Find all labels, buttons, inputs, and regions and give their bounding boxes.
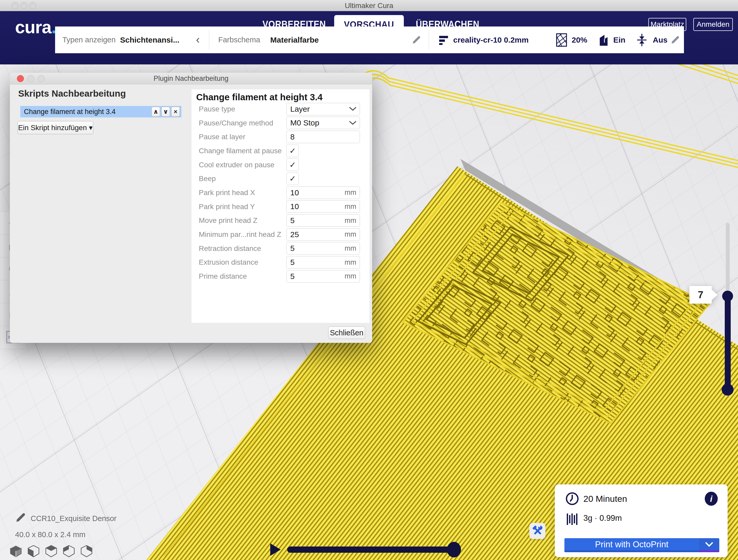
remove-script-button[interactable]: ×	[171, 107, 180, 117]
input-unit: mm	[345, 258, 356, 266]
app-window: 7 CCR10_Exquisite Densor 40.0 x 80.0 x 2…	[0, 0, 738, 560]
print-info-icon[interactable]: i	[705, 492, 718, 506]
input-unit: mm	[345, 216, 356, 225]
view-3d-icon[interactable]	[9, 544, 22, 557]
collapse-chevron-left-icon[interactable]: ‹	[196, 26, 200, 53]
move-script-down-button[interactable]: ∨	[161, 107, 170, 117]
infill-percent: 20%	[572, 26, 587, 53]
layer-slider-range[interactable]	[725, 296, 731, 390]
input-value: 10	[287, 202, 299, 211]
selected-script-row[interactable]: Change filament at height 3.4 ∧ ∨ ×	[20, 106, 181, 117]
form-row-minimum-par-rint-head-z: Minimum par...rint head Z25mm	[192, 227, 370, 241]
print-button-group: Print with OctoPrint	[565, 538, 719, 552]
form-rows: Pause typeLayerPause/Change methodM0 Sto…	[192, 102, 370, 284]
material-usage-icon	[566, 512, 580, 527]
select-value: M0 Stop	[287, 118, 319, 127]
macos-titlebar: Ultimaker Cura	[0, 0, 738, 11]
camera-view-buttons	[9, 544, 93, 557]
view-top-icon[interactable]	[45, 544, 58, 557]
minimum-par-rint-head-z-input[interactable]: 25mm	[286, 228, 360, 241]
layer-slider-upper-handle[interactable]	[722, 291, 733, 302]
form-row-pause-at-layer: Pause at layer8	[192, 130, 370, 144]
form-row-cool-extruder-on-pause: Cool extruder on pause✓	[192, 158, 370, 172]
check-icon: ✓	[289, 160, 296, 169]
change-filament-at-pause-checkbox[interactable]: ✓	[286, 145, 299, 157]
chevron-down-icon	[349, 121, 356, 125]
close-dialog-button[interactable]: Schließen	[328, 327, 365, 339]
edit-print-settings-pencil-icon[interactable]	[670, 26, 680, 53]
input-value: 8	[287, 132, 295, 141]
input-value: 5	[287, 216, 295, 225]
input-unit: mm	[345, 272, 356, 280]
pause-type-select[interactable]: Layer	[286, 103, 360, 115]
pause-at-layer-input[interactable]: 8	[286, 131, 360, 143]
path-slider-handle[interactable]	[447, 542, 461, 557]
print-time-icon	[565, 492, 579, 507]
dropdown-caret-icon: ▾	[89, 123, 92, 132]
machine-settings-button[interactable]	[529, 523, 545, 539]
retraction-distance-input[interactable]: 5mm	[286, 242, 360, 254]
form-row-change-filament-at-pause: Change filament at pause✓	[192, 144, 370, 158]
cool-extruder-on-pause-checkbox[interactable]: ✓	[286, 158, 299, 171]
check-icon: ✓	[289, 174, 296, 183]
print-with-octoprint-button[interactable]: Print with OctoPrint	[565, 538, 699, 552]
sign-in-button[interactable]: Anmelden	[693, 18, 733, 31]
field-label: Extrusion distance	[199, 255, 258, 269]
field-label: Change filament at pause	[199, 144, 282, 158]
form-row-park-print-head-y: Park print head Y10mm	[192, 200, 370, 214]
script-settings-heading: Change filament at height 3.4	[196, 92, 323, 102]
view-right-icon[interactable]	[80, 544, 93, 557]
selected-script-label: Change filament at height 3.4	[24, 108, 150, 116]
extrusion-distance-input[interactable]: 5mm	[286, 256, 360, 268]
park-print-head-y-input[interactable]: 10mm	[286, 200, 360, 213]
path-slider-track[interactable]	[287, 547, 453, 553]
move-script-up-button[interactable]: ∧	[151, 107, 160, 117]
print-time-estimate: 20 Minuten	[584, 494, 627, 504]
pause-change-method-select[interactable]: M0 Stop	[286, 117, 360, 129]
post-processing-dialog: Plugin Nachbearbeitung Skripts Nachbearb…	[10, 73, 372, 343]
view-left-icon[interactable]	[62, 544, 75, 557]
check-icon: ✓	[289, 146, 296, 155]
support-icon	[599, 26, 609, 53]
view-front-icon[interactable]	[27, 544, 40, 557]
field-label: Pause/Change method	[199, 116, 273, 130]
field-label: Move print head Z	[199, 214, 258, 228]
input-unit: mm	[345, 188, 356, 197]
view-type-select[interactable]: Schichtenansi...	[120, 26, 179, 53]
layer-slider-track[interactable]	[726, 223, 730, 299]
adhesion-icon	[636, 26, 648, 53]
printer-profile-button[interactable]: creality-cr-10 0.2mm	[453, 26, 528, 53]
current-layer-value: 7	[698, 290, 703, 301]
add-script-dropdown[interactable]: Ein Skript hinzufügen▾	[17, 121, 93, 134]
input-value: 5	[287, 272, 295, 281]
view-type-label: Typen anzeigen	[62, 26, 116, 53]
dialog-titlebar: Plugin Nachbearbeitung	[10, 73, 372, 84]
move-print-head-z-input[interactable]: 5mm	[286, 214, 360, 227]
field-label: Pause at layer	[199, 130, 245, 144]
print-job-panel: 20 Minuten 3g · 0.99m Print with OctoPri…	[555, 484, 728, 557]
adhesion-state: Aus	[653, 26, 668, 53]
material-usage-estimate: 3g · 0.99m	[584, 514, 622, 523]
edit-color-scheme-pencil-icon[interactable]	[412, 26, 421, 53]
color-scheme-select[interactable]: Materialfarbe	[270, 26, 319, 53]
form-row-pause-change-method: Pause/Change methodM0 Stop	[192, 116, 370, 130]
beep-checkbox[interactable]: ✓	[286, 172, 299, 185]
park-print-head-x-input[interactable]: 10mm	[286, 186, 360, 199]
field-label: Retraction distance	[199, 241, 261, 255]
form-row-prime-distance: Prime distance5mm	[192, 269, 370, 284]
play-button[interactable]	[270, 543, 281, 556]
input-value: 5	[287, 244, 295, 253]
model-dimensions: 40.0 x 80.0 x 2.4 mm	[15, 530, 85, 539]
form-row-beep: Beep✓	[192, 172, 370, 186]
chevron-down-icon	[349, 107, 356, 111]
field-label: Prime distance	[199, 269, 247, 284]
field-label: Cool extruder on pause	[199, 158, 274, 172]
script-settings-panel: Change filament at height 3.4 Pause type…	[192, 89, 370, 323]
rename-model-pencil-icon[interactable]	[15, 512, 26, 524]
current-layer-tooltip: 7	[689, 286, 712, 304]
form-row-retraction-distance: Retraction distance5mm	[192, 241, 370, 255]
prime-distance-input[interactable]: 5mm	[286, 270, 360, 283]
form-row-move-print-head-z: Move print head Z5mm	[192, 214, 370, 228]
print-output-chevron-down-icon[interactable]	[699, 538, 719, 552]
layer-slider-lower-handle[interactable]	[722, 384, 734, 396]
